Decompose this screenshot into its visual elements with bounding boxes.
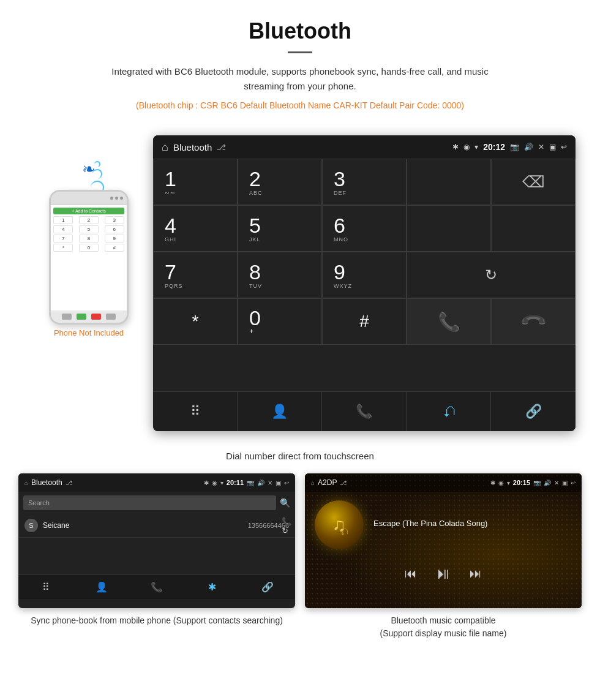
pb-home-icon[interactable]: ⌂: [24, 480, 28, 486]
dial-key-4[interactable]: 4 GHI: [153, 205, 238, 252]
music-screen-icon[interactable]: ▣: [562, 480, 568, 486]
music-close-icon[interactable]: ✕: [554, 480, 559, 486]
dial-key-8[interactable]: 8 TUV: [238, 252, 322, 298]
dial-sub-5: JKL: [249, 236, 261, 243]
pb-status-left: ⌂ Bluetooth ⎇: [24, 478, 73, 487]
phone-key-8: 8: [79, 235, 99, 243]
pb-contact-avatar: S: [24, 519, 38, 532]
pb-search-placeholder: Search: [28, 499, 50, 506]
dial-sub-2: ABC: [249, 190, 263, 196]
dial-key-0[interactable]: 0 +: [238, 298, 322, 345]
dial-key-2[interactable]: 2 ABC: [238, 159, 322, 205]
home-icon[interactable]: ⌂: [162, 141, 168, 154]
header-description: Integrated with BC6 Bluetooth module, su…: [98, 64, 502, 94]
phone-btn-right: [106, 314, 116, 320]
dial-key-3[interactable]: 3 DEF: [322, 159, 407, 205]
divider: [288, 51, 312, 53]
pb-close-icon[interactable]: ✕: [268, 480, 272, 486]
dial-key-9[interactable]: 9 WXYZ: [322, 252, 407, 298]
phone-mockup: + Add to Contacts 1 2 3 4 5 6 7 8: [49, 190, 129, 325]
usb-icon: ⎇: [217, 143, 226, 152]
music-block: ⌂ A2DP ⎇ ✱ ◉ ▾ 20:15 📷 🔊 ✕ ▣ ↩: [305, 473, 582, 640]
music-back-icon[interactable]: ↩: [571, 480, 576, 486]
volume-icon[interactable]: 🔊: [524, 143, 533, 151]
music-vol-icon: 🔊: [544, 480, 551, 486]
pb-screen-icon[interactable]: ▣: [276, 480, 281, 486]
nav-phone[interactable]: 📞: [322, 392, 407, 431]
car-screen: ⌂ Bluetooth ⎇ ✱ ◉ ▾ 20:12 📷 🔊 ✕ ▣ ↩ 1 ∾∾: [153, 135, 576, 431]
dial-key-star[interactable]: *: [153, 298, 238, 345]
pb-search-row: Search 🔍: [18, 492, 295, 514]
phone-btn-left: [62, 314, 72, 320]
pb-contact-row[interactable]: S Seicane 13566664466: [18, 514, 295, 538]
phone-bottom: [51, 310, 127, 323]
dial-num-9: 9: [334, 262, 345, 282]
dial-key-hash[interactable]: #: [322, 298, 407, 345]
nav-contacts[interactable]: 👤: [238, 392, 322, 431]
dial-key-6[interactable]: 6 MNO: [322, 205, 407, 252]
music-status-right: ✱ ◉ ▾ 20:15 📷 🔊 ✕ ▣ ↩: [490, 479, 576, 486]
music-screen: ⌂ A2DP ⎇ ✱ ◉ ▾ 20:15 📷 🔊 ✕ ▣ ↩: [305, 473, 582, 608]
pb-search-bar[interactable]: Search: [23, 495, 276, 510]
phone-add-contact: + Add to Contacts: [53, 208, 124, 214]
screen-icon[interactable]: ▣: [549, 143, 556, 151]
pb-nav-user[interactable]: 👤: [73, 575, 129, 599]
nav-link[interactable]: 🔗: [491, 392, 576, 431]
bluetooth-signal: ❧: [82, 160, 96, 179]
pb-nav-grid[interactable]: ⠿: [18, 575, 73, 599]
pb-search-icon[interactable]: 🔍: [280, 498, 290, 508]
phone-area: ❧ + Add to Contacts 1 2 3 4: [24, 135, 153, 337]
camera-icon[interactable]: 📷: [510, 143, 519, 151]
phone-dot-2: [115, 197, 118, 200]
dial-key-reload[interactable]: ↻: [407, 252, 576, 298]
pb-back-icon[interactable]: ↩: [284, 480, 289, 486]
music-time: 20:15: [513, 479, 530, 486]
phone-key-6: 6: [105, 225, 124, 233]
nav-bluetooth[interactable]: ⮏: [407, 392, 491, 431]
phone-key-7: 7: [53, 235, 73, 243]
dial-key-end-call[interactable]: 📞: [491, 298, 576, 345]
music-play-pause-icon[interactable]: ⏯: [435, 564, 451, 583]
dial-key-1[interactable]: 1 ∾∾: [153, 159, 238, 205]
music-controls: ⏮ ⏯ ⏭: [305, 558, 582, 592]
close-icon[interactable]: ✕: [538, 143, 544, 151]
music-prev-icon[interactable]: ⏮: [405, 566, 417, 581]
dial-key-call[interactable]: 📞: [407, 298, 491, 345]
pb-nav-phone[interactable]: 📞: [129, 575, 184, 599]
music-status-left: ⌂ A2DP ⎇: [311, 478, 347, 487]
back-icon[interactable]: ↩: [561, 143, 567, 151]
phone-key-4: 4: [53, 225, 73, 233]
pb-bottom-nav: ⠿ 👤 📞 ✱ 🔗: [18, 574, 295, 599]
page-header: Bluetooth Integrated with BC6 Bluetooth …: [0, 0, 600, 123]
pb-usb-icon: ⎇: [66, 480, 73, 486]
phone-dial-row-2: 4 5 6: [53, 225, 124, 233]
music-cam-icon: 📷: [533, 480, 541, 486]
phone-dialpad: 1 2 3 4 5 6 7 8 9 *: [53, 216, 124, 308]
dial-num-0: 0: [249, 307, 261, 328]
music-info: Escape (The Pina Colada Song): [373, 519, 572, 532]
nav-dialpad[interactable]: ⠿: [153, 392, 238, 431]
music-home-icon[interactable]: ⌂: [311, 480, 315, 486]
dial-key-5[interactable]: 5 JKL: [238, 205, 322, 252]
phonebook-block: ⌂ Bluetooth ⎇ ✱ ◉ ▾ 20:11 📷 🔊 ✕ ▣ ↩: [18, 473, 295, 640]
dial-num-8: 8: [249, 262, 261, 282]
pb-gps-icon: ◉: [212, 480, 217, 486]
music-next-icon[interactable]: ⏭: [470, 566, 482, 581]
phone-dot-3: [120, 197, 123, 200]
pb-side-phone-icon[interactable]: 📞: [282, 517, 291, 526]
status-right: ✱ ◉ ▾ 20:12 📷 🔊 ✕ ▣ ↩: [452, 142, 567, 152]
pb-nav-link[interactable]: 🔗: [240, 575, 295, 599]
dial-key-7[interactable]: 7 PQRS: [153, 252, 238, 298]
dial-empty-2: [407, 205, 491, 252]
bt-status-icon: ✱: [452, 143, 459, 151]
dial-key-backspace[interactable]: ⌫: [491, 159, 576, 205]
music-statusbar: ⌂ A2DP ⎇ ✱ ◉ ▾ 20:15 📷 🔊 ✕ ▣ ↩: [305, 473, 582, 492]
phone-top-bar: [51, 192, 127, 205]
dial-num-2: 2: [249, 168, 261, 189]
reload-icon: ↻: [485, 266, 497, 284]
pb-side-reload-icon[interactable]: ↻: [282, 526, 291, 535]
main-section: ❧ + Add to Contacts 1 2 3 4: [0, 123, 600, 443]
pb-nav-bt[interactable]: ✱: [184, 575, 239, 599]
music-bt-icon: ✱: [490, 480, 495, 486]
music-song-title: Escape (The Pina Colada Song): [373, 519, 572, 528]
